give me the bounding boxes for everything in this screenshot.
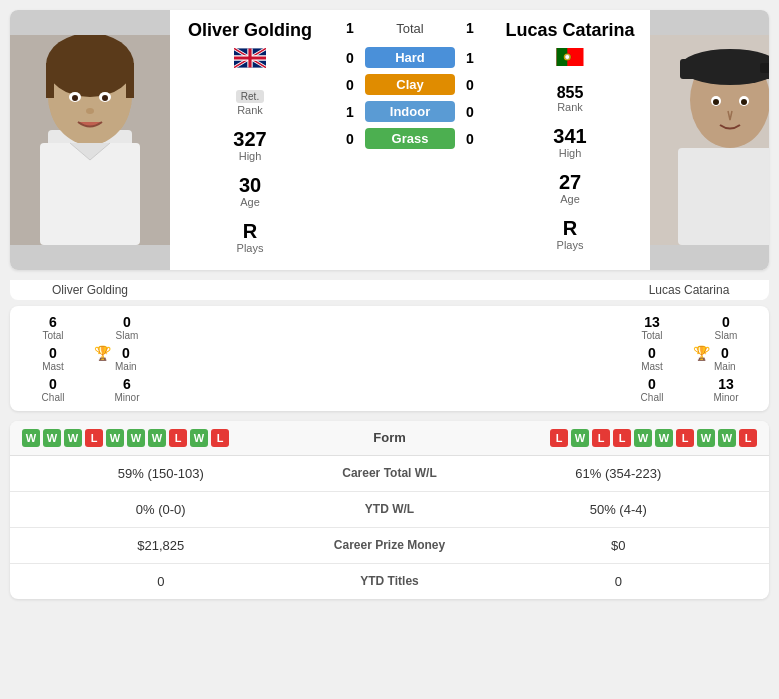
player2-age-block: 27 Age (559, 171, 581, 205)
titles-row: 0 YTD Titles 0 (10, 564, 769, 599)
prize-p2: $0 (480, 538, 758, 553)
indoor-row: 1 Indoor 0 (335, 101, 485, 122)
p1-trophy-main: 🏆 0 Main (94, 345, 160, 372)
player2-photo (650, 10, 769, 270)
bottom-stats-table: WWWLWWWLWL Form LWLLWWLWWL 59% (150-103)… (10, 421, 769, 599)
ytd-wl-row: 0% (0-0) YTD W/L 50% (4-4) (10, 492, 769, 528)
player2-age-label: Age (559, 193, 581, 205)
svg-point-11 (86, 108, 94, 114)
p2-mast-cell: 0 Mast (619, 345, 685, 372)
career-wl-label: Career Total W/L (300, 466, 480, 480)
player1-plays-value: R (237, 220, 264, 242)
svg-point-33 (713, 99, 719, 105)
prize-p1: $21,825 (22, 538, 300, 553)
clay-score-p1: 0 (335, 77, 365, 93)
player1-photo (10, 10, 170, 270)
form-badge: L (169, 429, 187, 447)
form-badge: W (634, 429, 652, 447)
player2-high-block: 341 High (553, 125, 586, 159)
p1-minor-cell: 6 Minor (94, 376, 160, 403)
form-badge: L (211, 429, 229, 447)
player2-trophy-icon: 🏆 (693, 345, 710, 361)
p1-total-cell: 6 Total (20, 314, 86, 341)
player2-plays-block: R Plays (557, 217, 584, 251)
titles-p1: 0 (22, 574, 300, 589)
player1-flag (234, 48, 266, 72)
player2-name: Lucas Catarina (505, 20, 634, 42)
player1-rank-label: Rank (236, 104, 264, 116)
match-center: 1 Total 1 0 Hard 1 0 Clay 0 1 Indoor 0 (330, 10, 490, 270)
player2-stats-panel: Lucas Catarina 855 Rank 341 High 27 (490, 10, 650, 270)
player2-flag (556, 48, 584, 70)
form-badge: W (718, 429, 736, 447)
hard-score-p2: 1 (455, 50, 485, 66)
grass-score-p1: 0 (335, 131, 365, 147)
player2-age-value: 27 (559, 171, 581, 193)
p2-minor-cell: 13 Minor (693, 376, 759, 403)
player1-form: WWWLWWWLWL (22, 429, 330, 447)
detail-stats-row: 6 Total 0 Slam 0 Mast 🏆 0 Main 0 Chall (10, 306, 769, 411)
player1-trophy-icon: 🏆 (94, 345, 111, 361)
form-badge: L (85, 429, 103, 447)
player2-plays-label: Plays (557, 239, 584, 251)
ytd-wl-p1: 0% (0-0) (22, 502, 300, 517)
total-label: Total (365, 21, 455, 36)
p2-slam-cell: 0 Slam (693, 314, 759, 341)
p1-slam-cell: 0 Slam (94, 314, 160, 341)
clay-score-p2: 0 (455, 77, 485, 93)
player2-high-value: 341 (553, 125, 586, 147)
career-wl-p1: 59% (150-103) (22, 466, 300, 481)
player2-form: LWLLWWLWWL (450, 429, 758, 447)
player1-age-label: Age (239, 196, 261, 208)
player-names-row: Oliver Golding Lucas Catarina (10, 280, 769, 300)
hard-badge: Hard (365, 47, 455, 68)
form-badge: L (550, 429, 568, 447)
titles-p2: 0 (480, 574, 758, 589)
center-spacer (170, 314, 609, 403)
form-badge: W (127, 429, 145, 447)
form-badge: W (22, 429, 40, 447)
p1-mast-cell: 0 Mast (20, 345, 86, 372)
form-badge: W (64, 429, 82, 447)
career-wl-row: 59% (150-103) Career Total W/L 61% (354-… (10, 456, 769, 492)
player1-name: Oliver Golding (188, 20, 312, 42)
player1-detail: 6 Total 0 Slam 0 Mast 🏆 0 Main 0 Chall (10, 314, 170, 403)
player1-rank-block: Ret. Rank (236, 86, 264, 116)
form-badge: W (190, 429, 208, 447)
ytd-wl-p2: 50% (4-4) (480, 502, 758, 517)
hard-score-p1: 0 (335, 50, 365, 66)
player2-plays-value: R (557, 217, 584, 239)
form-label: Form (330, 430, 450, 445)
form-badge: L (592, 429, 610, 447)
player1-age-value: 30 (239, 174, 261, 196)
player1-plays-label: Plays (237, 242, 264, 254)
player2-detail: 13 Total 0 Slam 0 Mast 🏆 0 Main 0 Chall (609, 314, 769, 403)
grass-row: 0 Grass 0 (335, 128, 485, 149)
form-badge: W (148, 429, 166, 447)
player1-high-label: High (233, 150, 266, 162)
clay-row: 0 Clay 0 (335, 74, 485, 95)
player1-stats-panel: Oliver Golding Ret. Rank (170, 10, 330, 270)
p2-chall-cell: 0 Chall (619, 376, 685, 403)
titles-label: YTD Titles (300, 574, 480, 588)
svg-point-25 (565, 54, 570, 59)
player2-rank-value: 855 (557, 84, 584, 102)
grass-score-p2: 0 (455, 131, 485, 147)
form-badge: L (676, 429, 694, 447)
p1-chall-cell: 0 Chall (20, 376, 86, 403)
svg-rect-30 (760, 63, 769, 73)
player1-rank-value: Ret. (236, 90, 264, 103)
form-row: WWWLWWWLWL Form LWLLWWLWWL (10, 421, 769, 456)
indoor-badge: Indoor (365, 101, 455, 122)
hard-row: 0 Hard 1 (335, 47, 485, 68)
indoor-score-p1: 1 (335, 104, 365, 120)
svg-rect-6 (126, 63, 134, 98)
player1-plays-block: R Plays (237, 220, 264, 254)
ytd-wl-label: YTD W/L (300, 502, 480, 516)
svg-point-10 (102, 95, 108, 101)
total-score-p2: 1 (455, 20, 485, 36)
form-badge: L (739, 429, 757, 447)
career-wl-p2: 61% (354-223) (480, 466, 758, 481)
svg-point-9 (72, 95, 78, 101)
player2-high-label: High (553, 147, 586, 159)
